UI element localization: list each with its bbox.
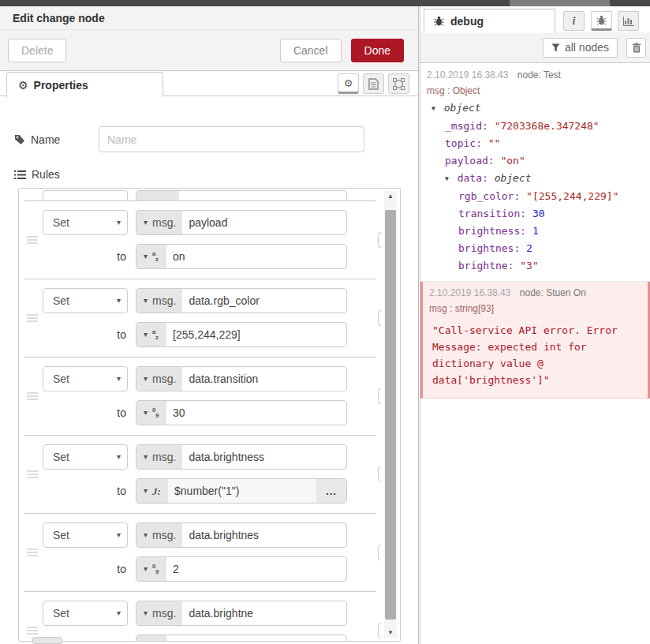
rule-property-field[interactable]: ▾ msg. data.rgb_color (136, 288, 347, 313)
message-node: node: Stuen On (520, 287, 586, 298)
rule-value: $number("1") (168, 485, 239, 497)
filter-nodes-button[interactable]: all nodes (543, 38, 618, 58)
rule-value-field[interactable]: ▾ $number("1") ... (136, 478, 347, 504)
rule-action-select[interactable]: Set ▾ (43, 210, 128, 235)
rule-value-field[interactable]: ▾ 30 (136, 400, 347, 425)
to-label: to (43, 406, 128, 419)
msg-prefix-label: msg. (152, 373, 176, 385)
value-type-button[interactable]: ▾ (136, 557, 166, 581)
rule-action-select[interactable]: Set ▾ (43, 601, 128, 626)
rule-value: [255,244,229] (166, 328, 241, 341)
rule-action-select[interactable]: Set ▾ (43, 366, 128, 391)
gear-icon: ⚙ (18, 79, 28, 92)
tab-debug[interactable]: debug (424, 9, 555, 33)
cancel-button[interactable]: Cancel (280, 39, 342, 62)
tree-value: "[255,244,229]" (526, 190, 618, 202)
debug-sidebar-button[interactable] (591, 11, 612, 31)
drag-handle[interactable] (27, 547, 38, 558)
caret-icon[interactable]: ▼ (431, 105, 435, 112)
rule-action-label: Set (53, 373, 69, 385)
add-rule-button[interactable] (32, 637, 62, 644)
dashboard-sidebar-button[interactable] (618, 11, 639, 31)
remove-rule-button[interactable]: ✕ (378, 232, 381, 248)
document-icon (368, 78, 379, 90)
tree-value: object (444, 102, 481, 114)
expand-editor-button[interactable]: ... (316, 479, 346, 503)
value-type-button[interactable]: ▾ (136, 245, 166, 268)
rule-action-label: Set (53, 294, 69, 307)
remove-rule-button[interactable]: ✕ (378, 545, 381, 560)
value-type-button[interactable]: ▾ (136, 635, 166, 641)
rule-action-select[interactable] (43, 190, 128, 201)
rules-header: Rules (14, 168, 402, 181)
tree-value: 30 (532, 208, 545, 219)
remove-rule-button[interactable]: ✕ (378, 310, 381, 326)
node-description-button[interactable] (363, 73, 384, 94)
value-type-button[interactable]: ▾ (136, 479, 168, 503)
remove-rule-button[interactable]: ✕ (378, 623, 381, 638)
message-timestamp: 2.10.2019 16.38.43 (429, 287, 510, 298)
property-type-button[interactable]: ▾ msg. (136, 523, 182, 547)
tree-row: brightnes: 2 (427, 240, 644, 257)
message-type-label: msg : Object (427, 83, 644, 99)
rule-property-value: payload (182, 216, 227, 229)
value-type-button[interactable]: ▾ (136, 323, 166, 346)
node-appearance-button[interactable] (388, 73, 409, 94)
tree-value: 2 (526, 242, 532, 254)
drag-handle[interactable] (27, 469, 38, 480)
app-header-bar (0, 0, 650, 6)
rule-property-value: data.rgb_color (182, 294, 260, 307)
value-type-icon (152, 329, 160, 340)
rule-value: 30 (166, 406, 185, 419)
debug-sidebar: debug i all nodes (420, 6, 650, 644)
scroll-up-arrow[interactable]: ▲ (384, 191, 397, 202)
message-type-label: msg : string[93] (429, 301, 641, 317)
info-icon: i (573, 15, 576, 28)
node-properties-button[interactable]: ⚙ (338, 73, 359, 94)
property-type-button[interactable]: ▾ msg. (136, 445, 182, 469)
msg-prefix-label: msg. (152, 216, 176, 229)
drag-handle[interactable] (27, 625, 38, 636)
tray-toolbar: Delete Cancel Done (0, 30, 418, 71)
tab-properties[interactable]: ⚙ Properties (6, 72, 163, 97)
rule-action-select[interactable]: Set ▾ (43, 444, 128, 470)
value-type-button[interactable]: ▾ (136, 401, 166, 425)
rule-value-field[interactable]: ▾ 2 (136, 556, 347, 582)
rule-value-field[interactable]: ▾ [255,244,229] (136, 322, 347, 347)
chevron-down-icon: ▾ (144, 453, 148, 461)
property-type-button[interactable]: ▾ msg. (136, 211, 182, 234)
tree-value: 1 (532, 225, 539, 237)
caret-icon[interactable]: ▼ (445, 175, 449, 182)
drag-handle[interactable] (27, 313, 38, 324)
property-type-button[interactable]: ▾ msg. (136, 289, 182, 313)
rule-property-field[interactable]: ▾ msg. data.brightne (136, 601, 347, 626)
tree-key: _msgid: (445, 120, 495, 132)
rule-value-field[interactable]: ▾ on (136, 244, 347, 269)
delete-button[interactable]: Delete (8, 39, 66, 62)
remove-rule-button[interactable]: ✕ (378, 388, 381, 404)
scroll-down-arrow[interactable]: ▼ (384, 627, 397, 638)
rule-property-field[interactable]: ▾ msg. data.brightnes (136, 522, 347, 548)
rule-value-field[interactable]: ▾ 3 (136, 635, 347, 641)
rule-property-field[interactable]: ▾ msg. data.transition (136, 366, 347, 391)
property-type-button[interactable]: ▾ msg. (136, 367, 182, 391)
rule-property-value: data.brightness (182, 451, 264, 463)
info-sidebar-button[interactable]: i (563, 11, 585, 31)
drag-handle[interactable] (27, 234, 38, 245)
tag-icon (14, 134, 25, 145)
rule-row: Set ▾ ▾ msg. data.brightne to ▾ (24, 592, 376, 641)
clear-messages-button[interactable] (626, 38, 646, 58)
drag-handle[interactable] (27, 391, 38, 402)
name-input[interactable] (99, 126, 364, 152)
done-button[interactable]: Done (351, 39, 404, 62)
rule-property-value: data.brightne (182, 607, 253, 620)
property-type-button[interactable]: ▾ msg. (136, 601, 182, 625)
rule-action-select[interactable]: Set ▾ (43, 288, 128, 313)
remove-rule-button[interactable]: ✕ (378, 466, 381, 482)
debug-tab-row: debug i (420, 6, 650, 32)
rule-property-field[interactable]: ▾ msg. data.brightness (136, 444, 347, 470)
rule-action-select[interactable]: Set ▾ (43, 522, 128, 548)
rule-property-field[interactable]: ▾ msg. payload (136, 210, 347, 235)
scrollbar-thumb[interactable] (385, 210, 396, 620)
rule-property-field[interactable] (136, 190, 347, 201)
